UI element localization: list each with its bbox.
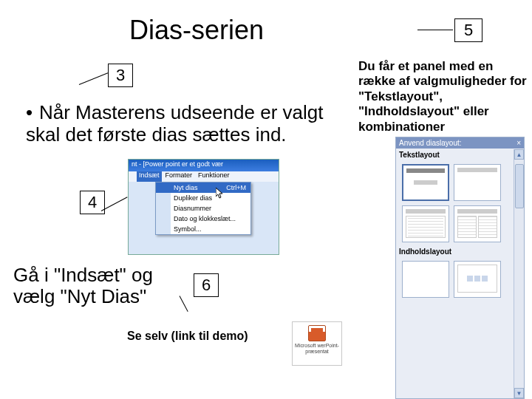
connector-5 xyxy=(417,30,453,30)
scroll-up-icon[interactable]: ▲ xyxy=(514,149,524,160)
close-icon[interactable]: × xyxy=(516,139,521,147)
demo-link-text[interactable]: Se selv (link til demo) xyxy=(127,330,248,343)
ppt-glyph-icon xyxy=(308,325,326,341)
menu-item[interactable]: Dato og klokkeslæt... xyxy=(156,214,250,224)
powerpoint-file-icon[interactable]: Microsoft werPoint-præsentat xyxy=(292,321,342,366)
main-bullet-text: Når Masterens udseende er valgt skal det… xyxy=(26,101,323,146)
layout-thumb[interactable] xyxy=(402,205,449,242)
layout-thumb[interactable] xyxy=(454,205,501,242)
section-tekstlayout: Tekstlayout xyxy=(396,149,524,161)
layout-thumb[interactable] xyxy=(454,164,501,201)
layout-thumb[interactable] xyxy=(454,261,501,298)
layout-thumb[interactable] xyxy=(402,261,449,298)
connector-3 xyxy=(79,72,108,85)
layout-thumb[interactable] xyxy=(402,164,449,201)
step-3-box: 3 xyxy=(108,64,133,87)
step-5-box: 5 xyxy=(454,18,482,42)
menu-item[interactable]: Symbol... xyxy=(156,224,250,234)
menubar-item: Funktioner xyxy=(196,171,232,182)
menubar-item xyxy=(131,171,135,182)
menubar-item-indsaet[interactable]: Indsæt xyxy=(137,171,162,182)
menubar: Indsæt Formater Funktioner xyxy=(129,171,279,182)
insert-instruction: Gå i "Indsæt" og vælg "Nyt Dias" xyxy=(13,265,198,307)
ppt-icon-label: Microsoft werPoint-præsentat xyxy=(293,343,341,354)
cursor-icon xyxy=(216,188,225,200)
menu-item[interactable]: Dupliker dias xyxy=(156,193,250,203)
layout-panel: Anvend diaslayout: × Tekstlayout Indhold… xyxy=(395,137,525,399)
slide-title: Dias-serien xyxy=(129,15,264,46)
menu-item-nyt-dias[interactable]: Nyt diasCtrl+M xyxy=(156,183,250,193)
scroll-down-icon[interactable]: ▼ xyxy=(514,388,524,398)
main-bullet: •Når Masterens udseende er valgt skal de… xyxy=(26,102,344,146)
window-titlebar: nt - [Power point er et godt vær xyxy=(129,160,279,171)
menu-item[interactable]: Diasnummer xyxy=(156,203,250,214)
scroll-thumb[interactable] xyxy=(515,164,524,208)
panel-header: Anvend diaslayout: × xyxy=(396,137,524,149)
dropdown-menu: Nyt diasCtrl+M Dupliker dias Diasnummer … xyxy=(155,182,251,235)
menu-screenshot: nt - [Power point er et godt vær Indsæt … xyxy=(128,159,279,255)
right-description: Du får et panel med en række af valgmuli… xyxy=(358,59,528,134)
menubar-item: Formater xyxy=(163,171,195,182)
section-indholdslayout: Indholdslayout xyxy=(396,245,524,258)
panel-scrollbar[interactable]: ▲ ▼ xyxy=(514,149,524,398)
